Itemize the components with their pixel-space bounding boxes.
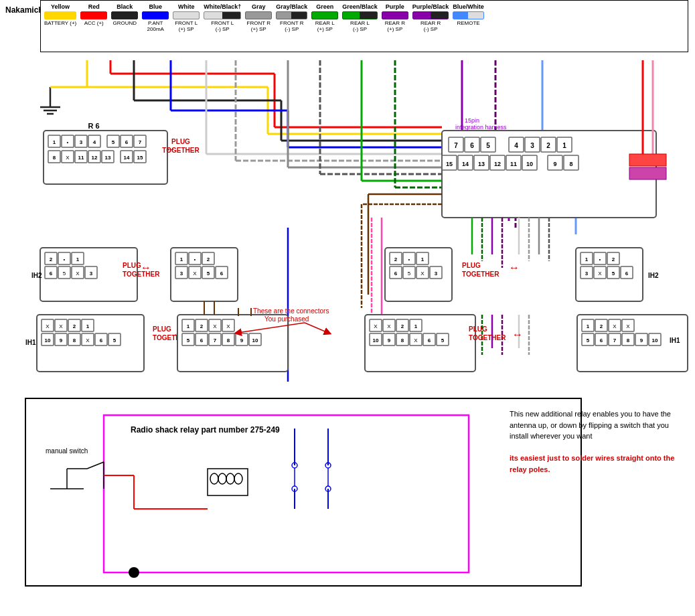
svg-text:3: 3 [585, 271, 589, 277]
svg-rect-153 [175, 252, 187, 264]
svg-text:2: 2 [401, 323, 404, 329]
svg-rect-212 [55, 333, 67, 345]
svg-rect-103 [75, 135, 87, 147]
svg-rect-196 [607, 266, 619, 279]
svg-rect-202 [42, 319, 54, 331]
svg-text:•: • [408, 256, 410, 262]
svg-text:↔: ↔ [165, 143, 176, 155]
svg-text:5: 5 [486, 142, 490, 149]
svg-rect-268 [423, 333, 435, 345]
svg-text:3: 3 [90, 271, 93, 277]
svg-rect-243 [236, 333, 248, 345]
svg-rect-258 [410, 319, 422, 331]
svg-text:13: 13 [105, 155, 111, 161]
svg-rect-44 [449, 137, 463, 152]
svg-text:X: X [66, 155, 70, 161]
svg-text:↔: ↔ [512, 329, 523, 340]
svg-text:5: 5 [112, 139, 115, 145]
svg-rect-50 [509, 137, 524, 152]
svg-text:X: X [193, 271, 197, 277]
svg-text:2: 2 [600, 323, 603, 329]
svg-text:↔: ↔ [141, 262, 151, 273]
svg-rect-157 [202, 252, 214, 264]
wire-red: Red ACC (+) [80, 3, 107, 27]
svg-text:10: 10 [45, 337, 51, 343]
svg-line-250 [238, 323, 305, 333]
svg-rect-163 [202, 266, 214, 279]
svg-text:7: 7 [613, 337, 617, 343]
svg-text:5: 5 [187, 337, 190, 343]
svg-text:9: 9 [388, 337, 391, 343]
svg-text:X: X [598, 271, 602, 277]
relay-part-label: Radio shack relay part number 275-249 [131, 425, 280, 435]
svg-rect-138 [72, 252, 84, 264]
svg-rect-186 [581, 252, 593, 264]
svg-rect-260 [370, 333, 382, 345]
svg-text:12: 12 [92, 155, 98, 161]
svg-text:X: X [387, 323, 391, 329]
svg-text:6: 6 [470, 142, 474, 149]
main-diagram: Nakamichi Radio RCA OUTS Yellow BATTERY … [0, 0, 695, 616]
svg-text:15: 15 [137, 155, 143, 161]
svg-text:6: 6 [394, 271, 398, 277]
svg-text:3: 3 [180, 271, 183, 277]
svg-text:IH1: IH1 [25, 339, 36, 346]
svg-line-249 [305, 323, 328, 333]
svg-text:•: • [194, 256, 196, 262]
svg-rect-190 [607, 252, 619, 264]
svg-text:3: 3 [80, 139, 83, 145]
svg-rect-115 [62, 151, 74, 163]
svg-rect-286 [595, 333, 607, 345]
svg-rect-237 [196, 333, 208, 345]
svg-text:1: 1 [587, 323, 590, 329]
svg-text:6: 6 [200, 337, 204, 343]
svg-text:6: 6 [50, 271, 53, 277]
svg-rect-201 [37, 315, 144, 372]
svg-rect-165 [216, 266, 228, 279]
svg-rect-48 [481, 137, 495, 152]
svg-rect-96 [629, 154, 666, 166]
svg-text:10: 10 [652, 337, 658, 343]
svg-rect-140 [45, 266, 57, 279]
svg-text:8: 8 [73, 337, 76, 343]
svg-rect-98 [44, 131, 167, 184]
wire-green-black: Green/Black REAR L(-) SP [342, 3, 378, 33]
svg-text:PLUG: PLUG [123, 262, 141, 269]
svg-rect-185 [576, 248, 643, 301]
svg-point-307 [325, 463, 331, 468]
svg-rect-134 [45, 252, 57, 264]
svg-rect-167 [385, 248, 452, 301]
wire-gray-black: Gray/Black FRONT R(-) SP [276, 3, 307, 33]
svg-point-303 [234, 473, 242, 484]
svg-text:↔: ↔ [509, 262, 520, 273]
svg-rect-194 [594, 266, 606, 279]
svg-text:X: X [613, 323, 617, 329]
svg-rect-121 [102, 151, 114, 163]
wiring-diagram-svg: 7 6 5 4 3 2 1 15 14 13 12 11 10 9 8 [0, 0, 695, 616]
svg-rect-180 [430, 266, 442, 279]
svg-point-315 [129, 567, 139, 578]
svg-text:•: • [67, 139, 69, 145]
svg-text:9: 9 [60, 337, 63, 343]
svg-text:•: • [599, 256, 601, 262]
svg-text:R 6: R 6 [88, 122, 99, 130]
svg-text:IH2: IH2 [31, 272, 42, 279]
svg-rect-292 [635, 333, 647, 345]
svg-text:5: 5 [63, 271, 66, 277]
svg-text:1: 1 [86, 323, 90, 329]
svg-rect-43 [442, 131, 656, 218]
svg-rect-262 [383, 333, 395, 345]
wire-white: White FRONT L(+) SP [173, 3, 200, 33]
svg-rect-172 [416, 252, 429, 264]
svg-rect-220 [108, 333, 121, 345]
svg-rect-125 [134, 151, 146, 163]
svg-rect-99 [48, 135, 60, 147]
svg-rect-206 [68, 319, 80, 331]
svg-text:6: 6 [100, 337, 103, 343]
svg-text:PLUG: PLUG [469, 325, 487, 333]
svg-rect-218 [95, 333, 107, 345]
svg-text:1: 1 [562, 142, 566, 149]
svg-text:4: 4 [93, 139, 96, 145]
svg-rect-245 [249, 333, 261, 345]
svg-rect-119 [88, 151, 100, 163]
